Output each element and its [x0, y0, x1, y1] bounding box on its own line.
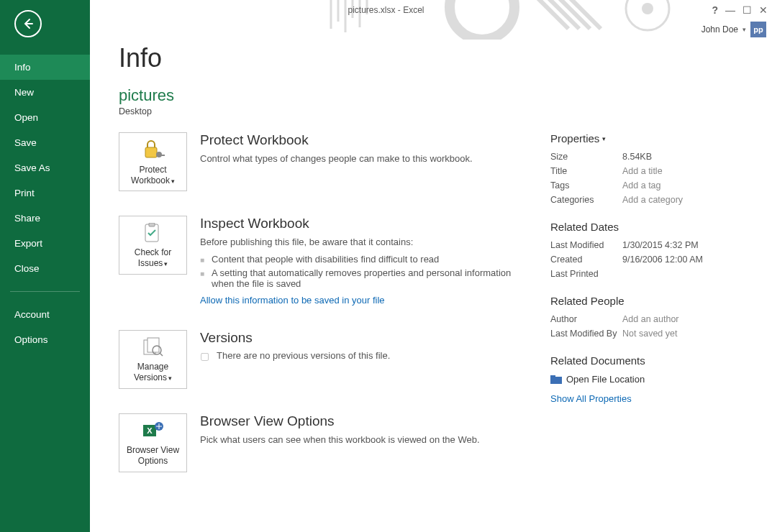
sidebar-item-label: Options	[14, 334, 48, 345]
prop-value-modified-by: Not saved yet	[622, 329, 677, 339]
related-documents-heading: Related Documents	[550, 354, 745, 367]
document-check-icon	[142, 223, 164, 243]
properties-heading[interactable]: Properties ▾	[550, 132, 745, 145]
allow-info-link[interactable]: Allow this information to be saved in yo…	[200, 295, 385, 306]
sidebar-item-save[interactable]: Save	[0, 130, 90, 155]
sidebar-item-share[interactable]: Share	[0, 206, 90, 231]
properties-heading-label: Properties	[550, 132, 599, 145]
sidebar-item-label: Share	[14, 213, 40, 224]
related-dates-heading: Related Dates	[550, 221, 745, 233]
manage-versions-tile[interactable]: ManageVersions▾	[119, 330, 187, 389]
sidebar-item-new[interactable]: New	[0, 80, 90, 105]
chevron-down-icon: ▾	[164, 260, 168, 267]
browser-section-desc: Pick what users can see when this workbo…	[200, 434, 522, 447]
inspect-section-title: Inspect Workbook	[200, 216, 522, 231]
chevron-down-icon: ▾	[168, 375, 172, 382]
sidebar-item-label: Close	[14, 263, 40, 274]
prop-label-categories: Categories	[550, 195, 622, 205]
svg-rect-26	[550, 375, 555, 378]
sidebar-item-close[interactable]: Close	[0, 256, 90, 281]
related-people-heading: Related People	[550, 295, 745, 307]
svg-line-21	[160, 353, 163, 356]
lock-icon	[141, 139, 165, 160]
chevron-down-icon: ▾	[171, 178, 175, 185]
folder-icon	[550, 375, 562, 384]
protect-section-desc: Control what types of changes people can…	[200, 152, 522, 166]
check-for-issues-tile[interactable]: Check forIssues▾	[119, 216, 187, 275]
svg-rect-15	[160, 155, 165, 156]
sidebar-item-label: Export	[14, 238, 42, 249]
tile-label: Issues	[138, 258, 163, 268]
prop-label-title: Title	[550, 166, 622, 176]
protect-workbook-tile[interactable]: ProtectWorkbook▾	[119, 132, 187, 191]
svg-rect-17	[149, 223, 155, 226]
prop-label-tags: Tags	[550, 180, 622, 191]
prop-label-last-printed: Last Printed	[550, 269, 622, 279]
content-area: Info pictures Desktop ProtectWorkbook▾ P…	[90, 0, 772, 532]
show-all-properties-link[interactable]: Show All Properties	[550, 393, 632, 404]
sidebar-item-open[interactable]: Open	[0, 105, 90, 130]
tile-label: Options	[138, 456, 168, 466]
bullet-icon: ■	[200, 270, 204, 289]
versions-section-title: Versions	[200, 330, 522, 346]
sidebar-item-label: New	[14, 87, 34, 98]
sidebar-item-label: Account	[14, 309, 50, 320]
svg-rect-19	[147, 338, 159, 352]
sidebar-item-label: Save	[14, 137, 37, 148]
sidebar-divider	[10, 291, 80, 292]
browser-view-options-tile[interactable]: X Browser ViewOptions	[119, 413, 187, 472]
inspect-section-desc: Before publishing this file, be aware th…	[200, 236, 522, 249]
prop-value-created: 9/16/2006 12:00 AM	[622, 254, 703, 265]
bullet-icon: ■	[200, 256, 204, 265]
document-title: pictures	[119, 86, 758, 105]
inspect-bullet: A setting that automatically removes pro…	[212, 267, 522, 289]
open-file-location-label: Open File Location	[566, 374, 645, 385]
tile-label: Check for	[135, 247, 171, 257]
prop-label-last-modified: Last Modified	[550, 240, 622, 250]
svg-rect-13	[145, 147, 157, 157]
sidebar-item-info[interactable]: Info	[0, 55, 90, 80]
sidebar-item-label: Save As	[14, 162, 50, 173]
prop-value-author[interactable]: Add an author	[622, 314, 679, 324]
excel-web-icon: X	[142, 421, 165, 441]
tile-label: Manage	[137, 362, 168, 372]
prop-value-tags[interactable]: Add a tag	[622, 180, 661, 191]
prop-label-modified-by: Last Modified By	[550, 329, 622, 339]
sidebar-item-label: Info	[14, 62, 31, 73]
back-button[interactable]	[14, 10, 42, 37]
versions-section-desc: There are no previous versions of this f…	[217, 350, 390, 361]
prop-value-categories[interactable]: Add a category	[622, 195, 683, 205]
versions-icon	[142, 337, 164, 357]
sidebar-item-save-as[interactable]: Save As	[0, 155, 90, 180]
protect-section-title: Protect Workbook	[200, 132, 522, 148]
open-file-location-link[interactable]: Open File Location	[550, 374, 745, 385]
prop-value-last-modified: 1/30/2015 4:32 PM	[622, 240, 699, 250]
sidebar-item-print[interactable]: Print	[0, 180, 90, 206]
sidebar-item-label: Open	[14, 112, 38, 123]
prop-value-size: 8.54KB	[622, 152, 652, 162]
browser-section-title: Browser View Options	[200, 413, 522, 429]
sidebar-item-label: Print	[14, 188, 35, 198]
chevron-down-icon: ▾	[602, 135, 606, 142]
document-location: Desktop	[119, 106, 758, 116]
tile-label: Browser View	[127, 445, 179, 455]
back-arrow-icon	[21, 17, 35, 31]
sidebar-item-options[interactable]: Options	[0, 327, 90, 352]
inspect-bullet: Content that people with disabilities fi…	[212, 254, 439, 265]
sidebar-item-export[interactable]: Export	[0, 231, 90, 256]
document-outline-icon: ▢	[200, 350, 209, 362]
svg-text:X: X	[147, 426, 153, 435]
tile-label: Protect	[139, 165, 166, 175]
page-title: Info	[119, 43, 758, 73]
prop-label-size: Size	[550, 152, 622, 162]
tile-label: Versions	[134, 372, 167, 382]
prop-label-author: Author	[550, 314, 622, 324]
prop-value-title[interactable]: Add a title	[622, 166, 663, 176]
tile-label: Workbook	[131, 175, 170, 185]
sidebar-item-account[interactable]: Account	[0, 302, 90, 327]
backstage-sidebar: Info New Open Save Save As Print Share E…	[0, 0, 90, 532]
prop-label-created: Created	[550, 254, 622, 265]
